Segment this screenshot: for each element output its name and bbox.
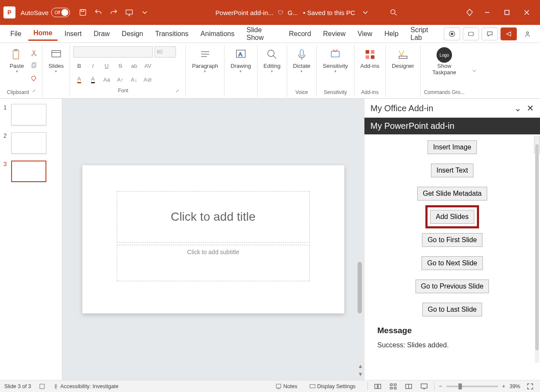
tab-view[interactable]: View — [352, 27, 377, 40]
save-status[interactable]: • Saved to this PC — [303, 9, 355, 16]
highlight-icon[interactable]: A — [88, 75, 97, 84]
slide-counter[interactable]: Slide 3 of 3 — [4, 383, 31, 389]
slide-canvas[interactable]: Click to add title Click to add subtitle… — [62, 99, 364, 380]
tab-transitions[interactable]: Transitions — [150, 27, 194, 40]
teams-icon[interactable] — [463, 27, 479, 40]
accessibility-status[interactable]: Accessibility: Investigate — [53, 383, 118, 389]
font-family-select[interactable] — [73, 46, 153, 58]
reading-view-icon[interactable] — [403, 382, 414, 391]
spell-check-icon[interactable] — [39, 383, 45, 389]
zoom-in-icon[interactable]: + — [502, 383, 505, 389]
taskpane-body: Insert Image Insert Text Get Slide Metad… — [364, 134, 540, 380]
dictate-button[interactable]: Dictate ▾ — [291, 46, 313, 74]
save-icon[interactable] — [77, 6, 89, 18]
slides-button[interactable]: Slides ▾ — [46, 46, 66, 74]
font-color-icon[interactable]: A — [74, 75, 84, 84]
diamond-icon[interactable] — [464, 6, 476, 18]
present-icon[interactable] — [123, 6, 135, 18]
zoom-slider[interactable] — [446, 386, 498, 387]
tab-slideshow[interactable]: Slide Show — [241, 24, 282, 44]
normal-view-icon[interactable] — [372, 382, 383, 391]
autosave-toggle[interactable]: Off — [51, 8, 70, 17]
taskpane-scrollbar[interactable] — [535, 143, 539, 363]
italic-icon[interactable]: I — [88, 61, 97, 70]
sensitivity-button[interactable]: Sensitivity ▾ — [320, 46, 351, 74]
document-name[interactable]: PowerPoint add-in... — [215, 9, 273, 16]
designer-button[interactable]: Designer — [389, 46, 417, 70]
close-button[interactable] — [517, 4, 537, 21]
thumbnail-3[interactable]: 3 — [3, 161, 58, 182]
comments-icon[interactable] — [482, 27, 498, 40]
slideshow-view-icon[interactable] — [419, 382, 430, 391]
go-last-slide-button[interactable]: Go to Last Slide — [422, 303, 482, 316]
go-previous-slide-button[interactable]: Go to Previous Slide — [416, 280, 489, 293]
vertical-scrollbar[interactable] — [356, 99, 363, 380]
font-size-select[interactable] — [155, 46, 176, 58]
slide-nav-arrows[interactable]: ▲ ▼ — [358, 363, 363, 377]
font-launcher-icon[interactable]: ⤢ — [173, 86, 182, 95]
zoom-out-icon[interactable]: − — [439, 383, 442, 389]
tab-draw[interactable]: Draw — [88, 27, 115, 40]
tab-design[interactable]: Design — [117, 27, 149, 40]
drawing-button[interactable]: A Drawing ▾ — [228, 46, 254, 74]
tab-record[interactable]: Record — [284, 27, 316, 40]
thumbnail-1[interactable]: 1 — [3, 104, 58, 125]
sorter-view-icon[interactable] — [388, 382, 399, 391]
prev-slide-icon[interactable]: ▲ — [358, 363, 363, 369]
qat-more-icon[interactable] — [139, 6, 151, 18]
taskpane-close-icon[interactable]: ✕ — [527, 103, 534, 113]
record-button-icon[interactable] — [444, 27, 460, 40]
cut-icon[interactable] — [29, 48, 39, 58]
tab-review[interactable]: Review — [318, 27, 351, 40]
character-spacing-icon[interactable]: AV — [143, 61, 152, 70]
tab-home[interactable]: Home — [28, 27, 58, 41]
underline-icon[interactable]: U — [102, 61, 111, 70]
title-placeholder[interactable]: Click to add title — [117, 191, 310, 243]
go-next-slide-button[interactable]: Go to Next Slide — [422, 256, 483, 270]
add-slides-button[interactable]: Add Slides — [430, 210, 474, 224]
clipboard-launcher-icon[interactable]: ⤢ — [29, 86, 39, 95]
editing-button[interactable]: Editing ▾ — [261, 46, 283, 74]
strikethrough-icon[interactable]: S — [115, 61, 125, 70]
change-case-icon[interactable]: Aa — [102, 75, 111, 84]
minimize-button[interactable] — [477, 4, 497, 21]
tab-file[interactable]: File — [5, 27, 27, 40]
paragraph-button[interactable]: Paragraph ▾ — [189, 46, 221, 74]
shrink-font-icon[interactable]: A↓ — [129, 75, 139, 84]
tab-animations[interactable]: Animations — [195, 27, 240, 40]
paste-button[interactable]: Paste ▾ — [7, 46, 27, 74]
clear-format-icon[interactable]: A⊘ — [143, 75, 152, 84]
format-painter-icon[interactable] — [29, 74, 39, 83]
insert-image-button[interactable]: Insert Image — [428, 140, 477, 154]
ribbon-collapse-icon[interactable] — [468, 45, 481, 97]
next-slide-icon[interactable]: ▼ — [358, 371, 363, 377]
addins-button[interactable]: Add-ins — [358, 46, 382, 70]
group-paragraph: Paragraph ▾ — [186, 45, 224, 97]
undo-icon[interactable] — [92, 6, 104, 18]
bold-icon[interactable]: B — [74, 61, 84, 70]
grow-font-icon[interactable]: A↑ — [115, 75, 125, 84]
account-icon[interactable] — [519, 27, 536, 40]
tab-help[interactable]: Help — [379, 27, 403, 40]
go-first-slide-button[interactable]: Go to First Slide — [422, 233, 482, 247]
task-pane: My Office Add-in ⌄ ✕ My PowerPoint add-i… — [364, 99, 540, 380]
zoom-percent[interactable]: 39% — [510, 383, 520, 389]
insert-text-button[interactable]: Insert Text — [431, 164, 474, 177]
notes-button[interactable]: Notes — [276, 383, 297, 389]
text-shadow-icon[interactable]: ab — [129, 61, 139, 70]
copy-icon[interactable] — [29, 61, 39, 70]
display-settings-button[interactable]: Display Settings — [309, 383, 356, 389]
share-button[interactable] — [501, 27, 517, 40]
thumbnail-2[interactable]: 2 — [3, 132, 58, 154]
fit-window-icon[interactable] — [525, 382, 536, 391]
tab-scriptlab[interactable]: Script Lab — [405, 24, 443, 44]
taskpane-menu-icon[interactable]: ⌄ — [514, 103, 522, 113]
get-slide-metadata-button[interactable]: Get Slide Metadata — [417, 187, 487, 201]
save-status-chevron-icon[interactable] — [359, 6, 371, 18]
tab-insert[interactable]: Insert — [59, 27, 87, 40]
redo-icon[interactable] — [108, 6, 120, 18]
subtitle-placeholder[interactable]: Click to add subtitle — [117, 245, 310, 281]
search-icon[interactable] — [388, 6, 400, 18]
maximize-button[interactable] — [497, 4, 517, 21]
show-taskpane-button[interactable]: Logo Show Taskpane — [430, 46, 459, 76]
